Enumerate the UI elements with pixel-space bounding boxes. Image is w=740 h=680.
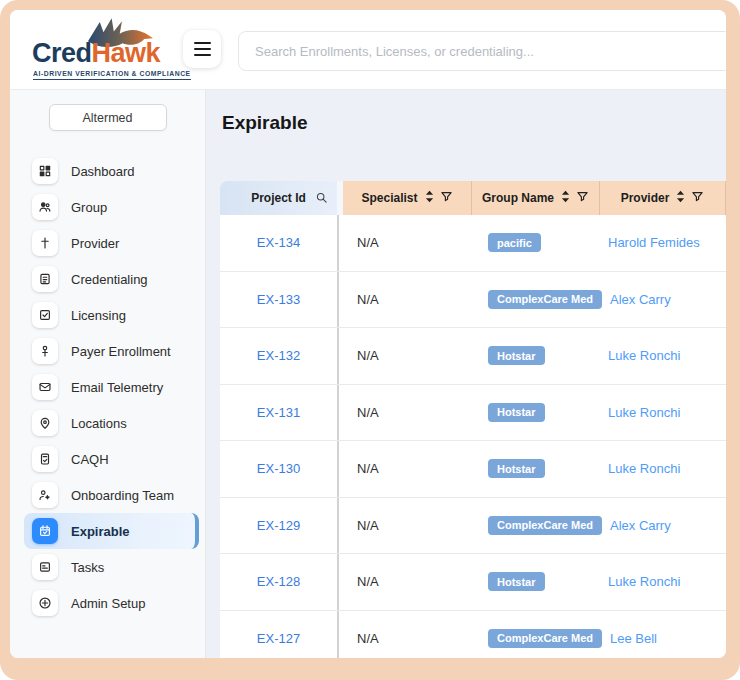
filter-icon[interactable] (691, 190, 704, 206)
sidebar-item-locations[interactable]: Locations (24, 405, 199, 441)
project-id-link[interactable]: EX-132 (257, 348, 300, 363)
top-bar: CredHawk AI-DRIVEN VERIFICATION & COMPLI… (10, 10, 726, 90)
sidebar-item-tasks[interactable]: Tasks (24, 549, 199, 585)
sort-icon[interactable] (425, 190, 434, 206)
column-header-specialist[interactable]: Specialist (343, 181, 472, 215)
group-name-badge: Hotstar (488, 403, 545, 422)
specialist-cell: N/A (343, 441, 472, 497)
sidebar-item-group[interactable]: Group (24, 189, 199, 225)
locations-icon (32, 410, 58, 436)
provider-cell: Luke Ronchi (600, 385, 726, 441)
provider-cell: Luke Ronchi (600, 554, 726, 610)
provider-link[interactable]: Harold Femides (608, 235, 700, 250)
provider-link[interactable]: Luke Ronchi (608, 348, 680, 363)
project-id-link[interactable]: EX-130 (257, 461, 300, 476)
project-id-cell: EX-131 (220, 385, 337, 441)
provider-cell: Alex Carry (602, 498, 726, 554)
search-icon[interactable] (315, 191, 328, 207)
group-name-badge: pacific (488, 233, 541, 252)
column-header-project-id[interactable]: Project Id (220, 181, 337, 215)
provider-link[interactable]: Luke Ronchi (608, 461, 680, 476)
table-row: EX-127N/AComplexCare MedLee Bell (220, 611, 726, 659)
filter-icon[interactable] (576, 190, 589, 206)
sidebar-item-label: Locations (71, 416, 127, 431)
provider-link[interactable]: Lee Bell (610, 631, 657, 646)
project-id-cell: EX-129 (220, 498, 337, 554)
provider-link[interactable]: Luke Ronchi (608, 405, 680, 420)
group-name-badge: Hotstar (488, 346, 545, 365)
sort-icon[interactable] (561, 190, 570, 206)
org-selector-button[interactable]: Altermed (49, 104, 167, 131)
provider-cell: Harold Femides (600, 215, 726, 271)
table-row: EX-132N/AHotstarLuke Ronchi (220, 328, 726, 385)
project-id-cell: EX-128 (220, 554, 337, 610)
sidebar-item-admin-setup[interactable]: Admin Setup (24, 585, 199, 621)
app-panel: CredHawk AI-DRIVEN VERIFICATION & COMPLI… (10, 10, 726, 658)
search-container (238, 31, 726, 71)
provider-cell: Alex Carry (602, 272, 726, 328)
project-id-link[interactable]: EX-133 (257, 292, 300, 307)
sidebar-item-label: Group (71, 200, 107, 215)
tasks-icon (32, 554, 58, 580)
sidebar-item-label: Licensing (71, 308, 126, 323)
sidebar-item-label: Onboarding Team (71, 488, 174, 503)
group-name-cell: Hotstar (472, 441, 600, 497)
specialist-cell: N/A (343, 611, 472, 659)
column-header-provider[interactable]: Provider (600, 181, 726, 215)
specialist-cell: N/A (343, 272, 472, 328)
sidebar-item-label: Expirable (71, 524, 130, 539)
table-row: EX-133N/AComplexCare MedAlex Carry (220, 272, 726, 329)
group-name-cell: ComplexCare Med (472, 498, 602, 554)
project-id-cell: EX-132 (220, 328, 337, 384)
sidebar-item-provider[interactable]: Provider (24, 225, 199, 261)
project-id-link[interactable]: EX-134 (257, 235, 300, 250)
sidebar-item-licensing[interactable]: Licensing (24, 297, 199, 333)
admin-setup-icon (32, 590, 58, 616)
group-name-cell: ComplexCare Med (472, 611, 602, 659)
specialist-cell: N/A (343, 215, 472, 271)
page-title: Expirable (222, 112, 726, 134)
specialist-cell: N/A (343, 498, 472, 554)
project-id-cell: EX-127 (220, 611, 337, 659)
brand-cred: Cred (32, 38, 92, 68)
column-label: Group Name (482, 191, 554, 205)
group-name-badge: Hotstar (488, 572, 545, 591)
provider-icon (32, 230, 58, 256)
provider-cell: Lee Bell (602, 611, 726, 659)
column-header-group-name[interactable]: Group Name (472, 181, 600, 215)
app-window: CredHawk AI-DRIVEN VERIFICATION & COMPLI… (0, 0, 740, 680)
search-input[interactable] (238, 31, 726, 71)
sidebar-item-expirable[interactable]: Expirable (24, 513, 199, 549)
sidebar-item-onboarding-team[interactable]: Onboarding Team (24, 477, 199, 513)
sidebar-item-email-telemetry[interactable]: Email Telemetry (24, 369, 199, 405)
column-label: Specialist (361, 191, 417, 205)
table-row: EX-130N/AHotstarLuke Ronchi (220, 441, 726, 498)
sidebar-item-caqh[interactable]: CAQH (24, 441, 199, 477)
filter-icon[interactable] (440, 190, 453, 206)
specialist-cell: N/A (343, 385, 472, 441)
group-name-badge: ComplexCare Med (488, 629, 602, 648)
provider-link[interactable]: Alex Carry (610, 518, 671, 533)
table-row: EX-128N/AHotstarLuke Ronchi (220, 554, 726, 611)
provider-link[interactable]: Alex Carry (610, 292, 671, 307)
column-label: Provider (621, 191, 670, 205)
provider-link[interactable]: Luke Ronchi (608, 574, 680, 589)
table-body: EX-134N/ApacificHarold FemidesEX-133N/AC… (220, 215, 726, 658)
project-id-link[interactable]: EX-127 (257, 631, 300, 646)
sidebar-item-credentialing[interactable]: Credentialing (24, 261, 199, 297)
email-telemetry-icon (32, 374, 58, 400)
sidebar-item-payer-enrollment[interactable]: Payer Enrollment (24, 333, 199, 369)
sort-icon[interactable] (676, 190, 685, 206)
sidebar-item-dashboard[interactable]: Dashboard (24, 153, 199, 189)
project-id-link[interactable]: EX-128 (257, 574, 300, 589)
project-id-cell: EX-134 (220, 215, 337, 271)
body-wrap: Altermed DashboardGroupProviderCredentia… (10, 90, 726, 658)
hamburger-icon[interactable] (183, 30, 221, 68)
sidebar-item-label: CAQH (71, 452, 109, 467)
project-id-cell: EX-133 (220, 272, 337, 328)
column-label: Project Id (251, 191, 306, 205)
sidebar-item-label: Provider (71, 236, 119, 251)
group-name-cell: Hotstar (472, 328, 600, 384)
project-id-link[interactable]: EX-131 (257, 405, 300, 420)
project-id-link[interactable]: EX-129 (257, 518, 300, 533)
